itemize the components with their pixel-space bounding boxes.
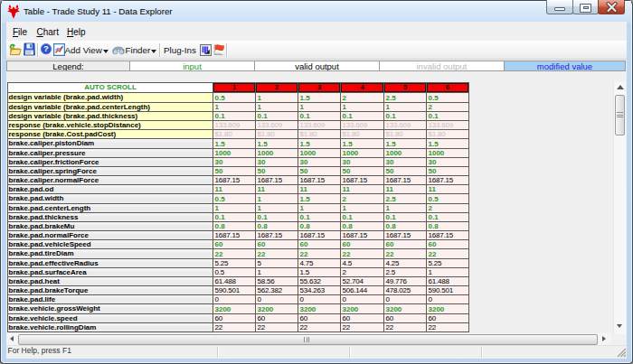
svg-text:?: ?: [43, 43, 49, 53]
